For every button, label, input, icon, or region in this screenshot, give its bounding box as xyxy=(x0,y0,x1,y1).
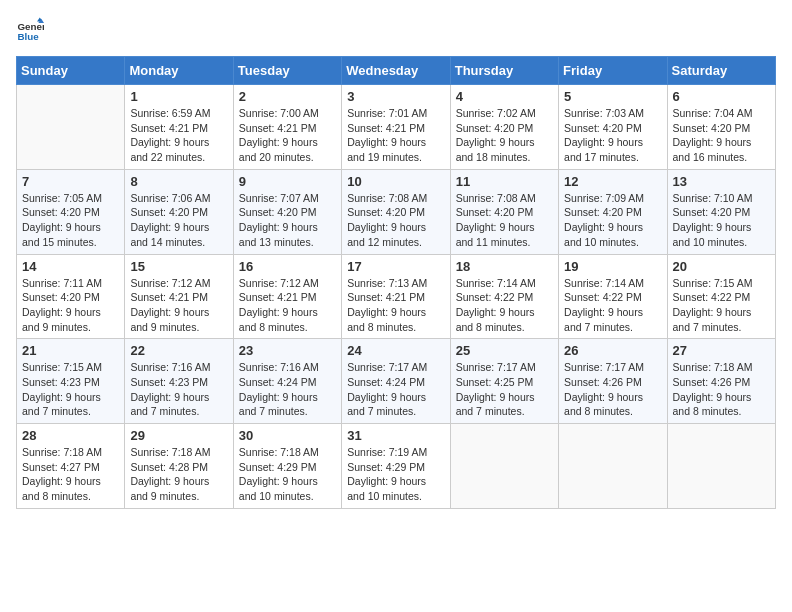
day-info: Sunrise: 7:03 AM Sunset: 4:20 PM Dayligh… xyxy=(564,106,661,165)
col-header-wednesday: Wednesday xyxy=(342,57,450,85)
day-info: Sunrise: 7:12 AM Sunset: 4:21 PM Dayligh… xyxy=(239,276,336,335)
col-header-sunday: Sunday xyxy=(17,57,125,85)
calendar-cell: 9Sunrise: 7:07 AM Sunset: 4:20 PM Daylig… xyxy=(233,169,341,254)
calendar-cell: 10Sunrise: 7:08 AM Sunset: 4:20 PM Dayli… xyxy=(342,169,450,254)
day-info: Sunrise: 7:06 AM Sunset: 4:20 PM Dayligh… xyxy=(130,191,227,250)
day-number: 17 xyxy=(347,259,444,274)
calendar-cell: 6Sunrise: 7:04 AM Sunset: 4:20 PM Daylig… xyxy=(667,85,775,170)
day-number: 29 xyxy=(130,428,227,443)
day-info: Sunrise: 7:18 AM Sunset: 4:26 PM Dayligh… xyxy=(673,360,770,419)
day-number: 22 xyxy=(130,343,227,358)
calendar-week-row: 14Sunrise: 7:11 AM Sunset: 4:20 PM Dayli… xyxy=(17,254,776,339)
calendar-cell: 3Sunrise: 7:01 AM Sunset: 4:21 PM Daylig… xyxy=(342,85,450,170)
calendar-cell: 23Sunrise: 7:16 AM Sunset: 4:24 PM Dayli… xyxy=(233,339,341,424)
day-info: Sunrise: 7:01 AM Sunset: 4:21 PM Dayligh… xyxy=(347,106,444,165)
day-info: Sunrise: 7:17 AM Sunset: 4:25 PM Dayligh… xyxy=(456,360,553,419)
day-number: 15 xyxy=(130,259,227,274)
day-number: 30 xyxy=(239,428,336,443)
calendar-cell: 5Sunrise: 7:03 AM Sunset: 4:20 PM Daylig… xyxy=(559,85,667,170)
calendar-cell: 20Sunrise: 7:15 AM Sunset: 4:22 PM Dayli… xyxy=(667,254,775,339)
calendar-cell: 30Sunrise: 7:18 AM Sunset: 4:29 PM Dayli… xyxy=(233,424,341,509)
calendar-cell: 1Sunrise: 6:59 AM Sunset: 4:21 PM Daylig… xyxy=(125,85,233,170)
day-info: Sunrise: 7:19 AM Sunset: 4:29 PM Dayligh… xyxy=(347,445,444,504)
day-info: Sunrise: 7:15 AM Sunset: 4:22 PM Dayligh… xyxy=(673,276,770,335)
day-number: 26 xyxy=(564,343,661,358)
day-info: Sunrise: 6:59 AM Sunset: 4:21 PM Dayligh… xyxy=(130,106,227,165)
col-header-saturday: Saturday xyxy=(667,57,775,85)
calendar-cell: 7Sunrise: 7:05 AM Sunset: 4:20 PM Daylig… xyxy=(17,169,125,254)
day-info: Sunrise: 7:13 AM Sunset: 4:21 PM Dayligh… xyxy=(347,276,444,335)
calendar-week-row: 28Sunrise: 7:18 AM Sunset: 4:27 PM Dayli… xyxy=(17,424,776,509)
calendar-cell: 4Sunrise: 7:02 AM Sunset: 4:20 PM Daylig… xyxy=(450,85,558,170)
day-number: 16 xyxy=(239,259,336,274)
day-number: 12 xyxy=(564,174,661,189)
day-info: Sunrise: 7:11 AM Sunset: 4:20 PM Dayligh… xyxy=(22,276,119,335)
day-number: 2 xyxy=(239,89,336,104)
calendar-cell: 2Sunrise: 7:00 AM Sunset: 4:21 PM Daylig… xyxy=(233,85,341,170)
day-number: 8 xyxy=(130,174,227,189)
day-number: 31 xyxy=(347,428,444,443)
day-number: 27 xyxy=(673,343,770,358)
calendar-cell: 27Sunrise: 7:18 AM Sunset: 4:26 PM Dayli… xyxy=(667,339,775,424)
col-header-friday: Friday xyxy=(559,57,667,85)
logo: General Blue xyxy=(16,16,48,44)
calendar-cell: 12Sunrise: 7:09 AM Sunset: 4:20 PM Dayli… xyxy=(559,169,667,254)
calendar-cell: 25Sunrise: 7:17 AM Sunset: 4:25 PM Dayli… xyxy=(450,339,558,424)
svg-text:Blue: Blue xyxy=(17,31,39,42)
day-info: Sunrise: 7:18 AM Sunset: 4:28 PM Dayligh… xyxy=(130,445,227,504)
calendar-cell: 16Sunrise: 7:12 AM Sunset: 4:21 PM Dayli… xyxy=(233,254,341,339)
calendar-cell: 21Sunrise: 7:15 AM Sunset: 4:23 PM Dayli… xyxy=(17,339,125,424)
day-number: 10 xyxy=(347,174,444,189)
calendar-table: SundayMondayTuesdayWednesdayThursdayFrid… xyxy=(16,56,776,509)
day-number: 24 xyxy=(347,343,444,358)
day-info: Sunrise: 7:09 AM Sunset: 4:20 PM Dayligh… xyxy=(564,191,661,250)
day-info: Sunrise: 7:17 AM Sunset: 4:26 PM Dayligh… xyxy=(564,360,661,419)
day-info: Sunrise: 7:12 AM Sunset: 4:21 PM Dayligh… xyxy=(130,276,227,335)
day-number: 6 xyxy=(673,89,770,104)
calendar-cell: 14Sunrise: 7:11 AM Sunset: 4:20 PM Dayli… xyxy=(17,254,125,339)
calendar-cell xyxy=(450,424,558,509)
day-info: Sunrise: 7:14 AM Sunset: 4:22 PM Dayligh… xyxy=(564,276,661,335)
col-header-monday: Monday xyxy=(125,57,233,85)
calendar-cell: 8Sunrise: 7:06 AM Sunset: 4:20 PM Daylig… xyxy=(125,169,233,254)
day-number: 9 xyxy=(239,174,336,189)
day-number: 18 xyxy=(456,259,553,274)
day-info: Sunrise: 7:10 AM Sunset: 4:20 PM Dayligh… xyxy=(673,191,770,250)
calendar-cell: 31Sunrise: 7:19 AM Sunset: 4:29 PM Dayli… xyxy=(342,424,450,509)
calendar-cell: 22Sunrise: 7:16 AM Sunset: 4:23 PM Dayli… xyxy=(125,339,233,424)
calendar-cell: 28Sunrise: 7:18 AM Sunset: 4:27 PM Dayli… xyxy=(17,424,125,509)
day-number: 23 xyxy=(239,343,336,358)
day-info: Sunrise: 7:17 AM Sunset: 4:24 PM Dayligh… xyxy=(347,360,444,419)
calendar-cell: 26Sunrise: 7:17 AM Sunset: 4:26 PM Dayli… xyxy=(559,339,667,424)
day-number: 28 xyxy=(22,428,119,443)
day-number: 13 xyxy=(673,174,770,189)
day-number: 20 xyxy=(673,259,770,274)
calendar-cell: 18Sunrise: 7:14 AM Sunset: 4:22 PM Dayli… xyxy=(450,254,558,339)
calendar-cell: 29Sunrise: 7:18 AM Sunset: 4:28 PM Dayli… xyxy=(125,424,233,509)
calendar-cell: 17Sunrise: 7:13 AM Sunset: 4:21 PM Dayli… xyxy=(342,254,450,339)
day-number: 21 xyxy=(22,343,119,358)
day-info: Sunrise: 7:02 AM Sunset: 4:20 PM Dayligh… xyxy=(456,106,553,165)
calendar-cell xyxy=(559,424,667,509)
day-info: Sunrise: 7:04 AM Sunset: 4:20 PM Dayligh… xyxy=(673,106,770,165)
calendar-cell xyxy=(17,85,125,170)
calendar-week-row: 7Sunrise: 7:05 AM Sunset: 4:20 PM Daylig… xyxy=(17,169,776,254)
day-number: 11 xyxy=(456,174,553,189)
day-info: Sunrise: 7:07 AM Sunset: 4:20 PM Dayligh… xyxy=(239,191,336,250)
day-number: 14 xyxy=(22,259,119,274)
day-number: 1 xyxy=(130,89,227,104)
day-info: Sunrise: 7:16 AM Sunset: 4:24 PM Dayligh… xyxy=(239,360,336,419)
logo-icon: General Blue xyxy=(16,16,44,44)
day-info: Sunrise: 7:05 AM Sunset: 4:20 PM Dayligh… xyxy=(22,191,119,250)
day-number: 7 xyxy=(22,174,119,189)
col-header-tuesday: Tuesday xyxy=(233,57,341,85)
calendar-cell: 19Sunrise: 7:14 AM Sunset: 4:22 PM Dayli… xyxy=(559,254,667,339)
calendar-cell xyxy=(667,424,775,509)
day-info: Sunrise: 7:14 AM Sunset: 4:22 PM Dayligh… xyxy=(456,276,553,335)
day-info: Sunrise: 7:08 AM Sunset: 4:20 PM Dayligh… xyxy=(456,191,553,250)
calendar-cell: 24Sunrise: 7:17 AM Sunset: 4:24 PM Dayli… xyxy=(342,339,450,424)
day-number: 25 xyxy=(456,343,553,358)
day-info: Sunrise: 7:08 AM Sunset: 4:20 PM Dayligh… xyxy=(347,191,444,250)
day-info: Sunrise: 7:18 AM Sunset: 4:29 PM Dayligh… xyxy=(239,445,336,504)
calendar-header-row: SundayMondayTuesdayWednesdayThursdayFrid… xyxy=(17,57,776,85)
